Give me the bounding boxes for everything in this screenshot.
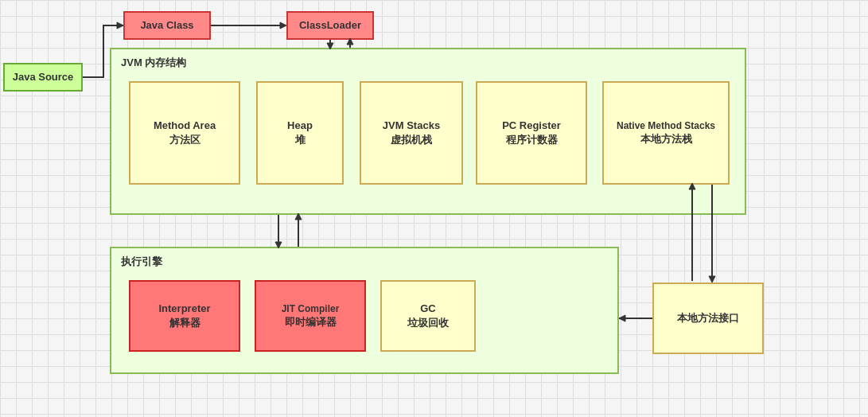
interpreter-label2: 解释器 <box>169 316 200 330</box>
svg-marker-16 <box>709 276 715 283</box>
jvm-stacks-label2: 虚拟机栈 <box>391 133 432 147</box>
svg-marker-12 <box>619 315 625 322</box>
classloader-box: ClassLoader <box>286 11 374 40</box>
jvm-stacks-label1: JVM Stacks <box>383 119 440 133</box>
interpreter-box: Interpreter 解释器 <box>129 280 240 352</box>
pc-register-label2: 程序计数器 <box>506 133 558 147</box>
pc-register-box: PC Register 程序计数器 <box>476 81 587 185</box>
svg-marker-2 <box>280 22 286 29</box>
native-stacks-label1: Native Method Stacks <box>617 119 715 133</box>
heap-label2: 堆 <box>295 133 306 147</box>
classloader-label: ClassLoader <box>299 18 361 33</box>
jvm-memory-title: JVM 内存结构 <box>121 56 186 70</box>
exec-engine-container: 执行引擎 Interpreter 解释器 JIT Compiler 即时编译器 … <box>110 247 619 374</box>
heap-label1: Heap <box>287 119 313 133</box>
jvm-memory-container: JVM 内存结构 Method Area 方法区 Heap 堆 JVM Stac… <box>110 48 746 215</box>
gc-label2: 垃圾回收 <box>407 316 449 330</box>
method-area-box: Method Area 方法区 <box>129 81 240 185</box>
diagram: Java Source Java Class ClassLoader JVM 内… <box>0 0 868 417</box>
interpreter-label1: Interpreter <box>158 302 210 316</box>
jit-compiler-box: JIT Compiler 即时编译器 <box>255 280 366 352</box>
native-stacks-label2: 本地方法栈 <box>640 132 692 146</box>
heap-box: Heap 堆 <box>256 81 344 185</box>
pc-register-label1: PC Register <box>502 119 561 133</box>
java-source-box: Java Source <box>3 63 83 92</box>
gc-box: GC 垃圾回收 <box>380 280 476 352</box>
exec-engine-title: 执行引擎 <box>121 255 162 269</box>
jit-label1: JIT Compiler <box>282 302 340 316</box>
svg-marker-0 <box>117 22 123 29</box>
java-source-label: Java Source <box>13 70 74 84</box>
java-class-box: Java Class <box>123 11 211 40</box>
jvm-stacks-box: JVM Stacks 虚拟机栈 <box>360 81 463 185</box>
native-interface-label: 本地方法接口 <box>677 311 739 325</box>
java-class-label: Java Class <box>140 18 193 33</box>
jit-label2: 即时编译器 <box>285 315 337 329</box>
method-area-label1: Method Area <box>154 119 216 133</box>
native-interface-box: 本地方法接口 <box>652 283 764 354</box>
method-area-label2: 方法区 <box>169 133 200 147</box>
gc-label1: GC <box>420 302 436 316</box>
native-stacks-box: Native Method Stacks 本地方法栈 <box>602 81 730 185</box>
